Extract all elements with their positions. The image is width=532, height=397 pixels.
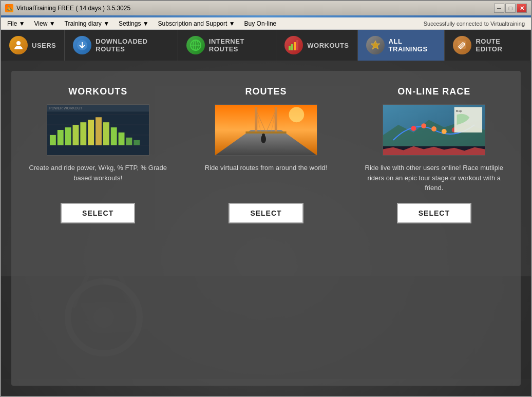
tab-route-editor[interactable]: ROUTE EDITOR [445, 30, 531, 61]
tab-all-trainings[interactable]: ALL TRAININGS [358, 30, 445, 61]
svg-rect-29 [80, 122, 86, 145]
workouts-image: POWER WORKOUT [47, 104, 149, 156]
svg-rect-6 [289, 46, 291, 50]
svg-rect-47 [245, 131, 286, 134]
svg-rect-9 [296, 40, 298, 50]
svg-rect-25 [50, 135, 56, 145]
svg-rect-35 [126, 138, 132, 145]
routes-title: ROUTES [245, 86, 287, 97]
workouts-column: WORKOUTS [22, 86, 174, 223]
onlinerace-select-button[interactable]: SELECT [397, 203, 471, 223]
svg-rect-31 [96, 117, 102, 145]
onlinerace-column: ON-LINE RACE [358, 86, 510, 223]
svg-point-53 [411, 126, 416, 131]
svg-text:POWER WORKOUT: POWER WORKOUT [49, 106, 83, 110]
nav-tabs: USERS DOWNLOADED ROUTES INTERNET ROUTE [1, 30, 531, 61]
main-window: 🚴 VirtualTraining FREE ( 14 days ) 3.5.3… [0, 0, 532, 397]
window-controls: ─ □ ✕ [494, 4, 527, 13]
tab-downloaded-label: DOWNLOADED ROUTES [96, 37, 169, 53]
workouts-title: WORKOUTS [68, 86, 127, 97]
svg-rect-7 [291, 44, 293, 50]
connection-status: Successfully connected to Virtualtrainin… [424, 21, 529, 27]
svg-rect-26 [57, 130, 63, 145]
svg-rect-28 [72, 125, 79, 145]
svg-rect-8 [294, 42, 296, 50]
downloaded-icon [73, 36, 91, 54]
users-icon [9, 36, 28, 54]
svg-rect-32 [103, 122, 109, 145]
title-bar: 🚴 VirtualTraining FREE ( 14 days ) 3.5.3… [1, 1, 531, 15]
alltrainings-icon [366, 36, 385, 54]
routes-column: ROUTES [189, 86, 342, 223]
close-button[interactable]: ✕ [517, 4, 527, 13]
svg-point-56 [442, 129, 447, 134]
onlinerace-desc: Ride live with other users online! Race … [358, 163, 510, 194]
svg-rect-27 [65, 127, 71, 145]
svg-point-54 [422, 123, 427, 128]
svg-point-0 [16, 41, 21, 45]
tab-routeeditor-label: ROUTE EDITOR [476, 37, 522, 53]
routes-select-button[interactable]: SELECT [229, 203, 303, 223]
svg-text:Map: Map [456, 109, 462, 112]
content-panel: WORKOUTS [11, 71, 521, 386]
svg-rect-36 [134, 140, 140, 145]
tab-workouts-label: WORKOUTS [307, 42, 349, 49]
minimize-button[interactable]: ─ [494, 4, 504, 13]
workouts-desc: Create and ride power, W/kg, % FTP, % Gr… [22, 163, 174, 194]
menu-view[interactable]: View ▼ [30, 19, 60, 28]
tab-users-label: USERS [32, 42, 56, 49]
menu-file[interactable]: File ▼ [3, 19, 29, 28]
internet-icon [186, 36, 205, 54]
maximize-button[interactable]: □ [505, 4, 516, 13]
onlinerace-title: ON-LINE RACE [397, 86, 470, 97]
svg-rect-46 [275, 107, 277, 133]
tab-alltrainings-label: ALL TRAININGS [389, 37, 436, 53]
svg-point-48 [289, 107, 305, 122]
menu-buy[interactable]: Buy On-line [240, 19, 281, 28]
menu-training-diary[interactable]: Training diary ▼ [61, 19, 113, 28]
routes-desc: Ride virtual routes from around the worl… [205, 163, 327, 194]
menu-settings[interactable]: Settings ▼ [115, 19, 153, 28]
svg-point-50 [262, 134, 265, 137]
main-content: WORKOUTS [1, 61, 531, 396]
window-title: VirtualTraining FREE ( 14 days ) 3.5.302… [16, 5, 130, 12]
menu-bar: File ▼ View ▼ Training diary ▼ Settings … [1, 17, 531, 30]
tab-downloaded-routes[interactable]: DOWNLOADED ROUTES [65, 30, 178, 61]
svg-point-55 [431, 126, 436, 131]
menu-items: File ▼ View ▼ Training diary ▼ Settings … [3, 19, 280, 28]
tab-internet-routes[interactable]: INTERNET ROUTES [178, 30, 276, 61]
workouts-select-button[interactable]: SELECT [61, 203, 135, 223]
tab-workouts[interactable]: WORKOUTS [276, 30, 357, 61]
onlinerace-image: Map [383, 104, 485, 156]
svg-rect-45 [255, 107, 257, 133]
svg-rect-33 [110, 127, 117, 145]
menu-subscription[interactable]: Subscription and Support ▼ [154, 19, 239, 28]
app-icon: 🚴 [5, 4, 13, 12]
routeeditor-icon [453, 36, 471, 54]
svg-rect-34 [118, 133, 124, 145]
routes-image [215, 104, 317, 156]
tab-users[interactable]: USERS [1, 30, 65, 61]
svg-rect-30 [88, 120, 94, 145]
title-bar-left: 🚴 VirtualTraining FREE ( 14 days ) 3.5.3… [5, 4, 130, 12]
columns: WORKOUTS [22, 86, 510, 223]
tab-internet-label: INTERNET ROUTES [209, 37, 268, 53]
workouts-icon [284, 36, 303, 54]
